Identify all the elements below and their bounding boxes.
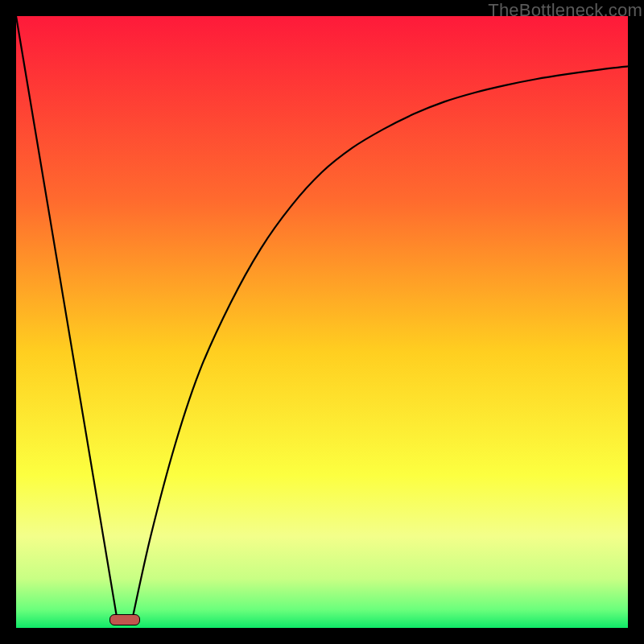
bottleneck-marker bbox=[109, 614, 140, 625]
gradient-background bbox=[16, 16, 628, 628]
chart-canvas: TheBottleneck.com bbox=[0, 0, 644, 644]
chart-svg bbox=[16, 16, 628, 628]
plot-area bbox=[16, 16, 628, 628]
attribution-text: TheBottleneck.com bbox=[488, 0, 642, 21]
